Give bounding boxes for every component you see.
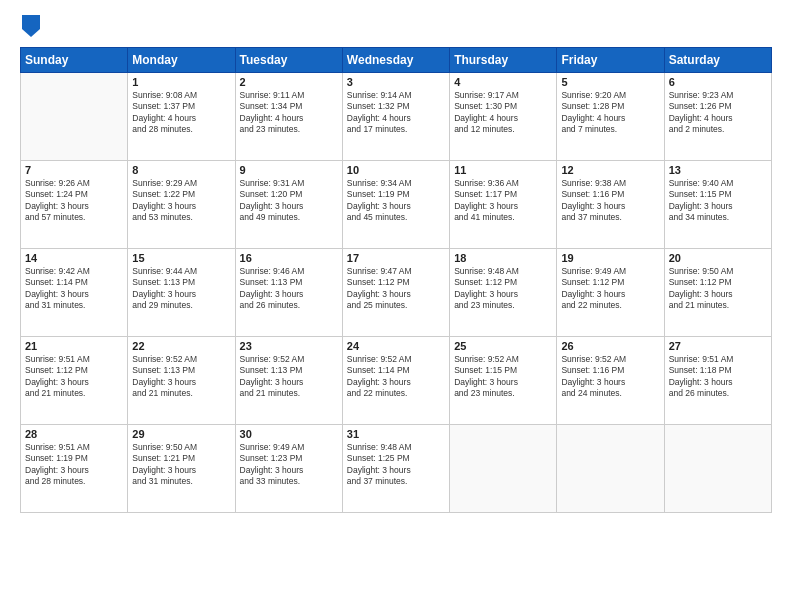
day-number: 5 — [561, 76, 659, 88]
day-info: Sunrise: 9:08 AM Sunset: 1:37 PM Dayligh… — [132, 90, 230, 136]
day-info: Sunrise: 9:26 AM Sunset: 1:24 PM Dayligh… — [25, 178, 123, 224]
day-info: Sunrise: 9:52 AM Sunset: 1:13 PM Dayligh… — [240, 354, 338, 400]
day-number: 13 — [669, 164, 767, 176]
calendar-cell: 25Sunrise: 9:52 AM Sunset: 1:15 PM Dayli… — [450, 337, 557, 425]
day-number: 6 — [669, 76, 767, 88]
day-info: Sunrise: 9:52 AM Sunset: 1:15 PM Dayligh… — [454, 354, 552, 400]
calendar-cell: 11Sunrise: 9:36 AM Sunset: 1:17 PM Dayli… — [450, 161, 557, 249]
day-number: 9 — [240, 164, 338, 176]
calendar-cell: 29Sunrise: 9:50 AM Sunset: 1:21 PM Dayli… — [128, 425, 235, 513]
calendar-cell: 15Sunrise: 9:44 AM Sunset: 1:13 PM Dayli… — [128, 249, 235, 337]
day-info: Sunrise: 9:49 AM Sunset: 1:12 PM Dayligh… — [561, 266, 659, 312]
calendar-cell: 21Sunrise: 9:51 AM Sunset: 1:12 PM Dayli… — [21, 337, 128, 425]
calendar-cell — [21, 73, 128, 161]
day-number: 7 — [25, 164, 123, 176]
day-info: Sunrise: 9:49 AM Sunset: 1:23 PM Dayligh… — [240, 442, 338, 488]
day-number: 3 — [347, 76, 445, 88]
day-number: 14 — [25, 252, 123, 264]
calendar-cell: 22Sunrise: 9:52 AM Sunset: 1:13 PM Dayli… — [128, 337, 235, 425]
day-info: Sunrise: 9:29 AM Sunset: 1:22 PM Dayligh… — [132, 178, 230, 224]
day-info: Sunrise: 9:47 AM Sunset: 1:12 PM Dayligh… — [347, 266, 445, 312]
day-number: 12 — [561, 164, 659, 176]
day-info: Sunrise: 9:50 AM Sunset: 1:21 PM Dayligh… — [132, 442, 230, 488]
day-number: 27 — [669, 340, 767, 352]
page: SundayMondayTuesdayWednesdayThursdayFrid… — [0, 0, 792, 612]
day-info: Sunrise: 9:40 AM Sunset: 1:15 PM Dayligh… — [669, 178, 767, 224]
calendar-row: 28Sunrise: 9:51 AM Sunset: 1:19 PM Dayli… — [21, 425, 772, 513]
day-number: 18 — [454, 252, 552, 264]
day-number: 25 — [454, 340, 552, 352]
calendar-row: 21Sunrise: 9:51 AM Sunset: 1:12 PM Dayli… — [21, 337, 772, 425]
day-info: Sunrise: 9:48 AM Sunset: 1:25 PM Dayligh… — [347, 442, 445, 488]
day-info: Sunrise: 9:52 AM Sunset: 1:16 PM Dayligh… — [561, 354, 659, 400]
calendar-cell: 27Sunrise: 9:51 AM Sunset: 1:18 PM Dayli… — [664, 337, 771, 425]
day-number: 30 — [240, 428, 338, 440]
day-info: Sunrise: 9:14 AM Sunset: 1:32 PM Dayligh… — [347, 90, 445, 136]
calendar-table: SundayMondayTuesdayWednesdayThursdayFrid… — [20, 47, 772, 513]
day-info: Sunrise: 9:31 AM Sunset: 1:20 PM Dayligh… — [240, 178, 338, 224]
calendar-cell: 10Sunrise: 9:34 AM Sunset: 1:19 PM Dayli… — [342, 161, 449, 249]
weekday-header: Monday — [128, 48, 235, 73]
header — [20, 15, 772, 37]
weekday-header: Sunday — [21, 48, 128, 73]
calendar-cell — [450, 425, 557, 513]
day-info: Sunrise: 9:23 AM Sunset: 1:26 PM Dayligh… — [669, 90, 767, 136]
calendar-cell: 12Sunrise: 9:38 AM Sunset: 1:16 PM Dayli… — [557, 161, 664, 249]
calendar-cell: 3Sunrise: 9:14 AM Sunset: 1:32 PM Daylig… — [342, 73, 449, 161]
calendar-cell: 5Sunrise: 9:20 AM Sunset: 1:28 PM Daylig… — [557, 73, 664, 161]
calendar-cell: 7Sunrise: 9:26 AM Sunset: 1:24 PM Daylig… — [21, 161, 128, 249]
day-number: 17 — [347, 252, 445, 264]
day-info: Sunrise: 9:42 AM Sunset: 1:14 PM Dayligh… — [25, 266, 123, 312]
day-info: Sunrise: 9:34 AM Sunset: 1:19 PM Dayligh… — [347, 178, 445, 224]
calendar-cell: 30Sunrise: 9:49 AM Sunset: 1:23 PM Dayli… — [235, 425, 342, 513]
weekday-header: Saturday — [664, 48, 771, 73]
day-number: 31 — [347, 428, 445, 440]
day-number: 1 — [132, 76, 230, 88]
calendar-cell: 4Sunrise: 9:17 AM Sunset: 1:30 PM Daylig… — [450, 73, 557, 161]
day-info: Sunrise: 9:51 AM Sunset: 1:19 PM Dayligh… — [25, 442, 123, 488]
calendar-cell — [557, 425, 664, 513]
day-info: Sunrise: 9:38 AM Sunset: 1:16 PM Dayligh… — [561, 178, 659, 224]
calendar-cell: 9Sunrise: 9:31 AM Sunset: 1:20 PM Daylig… — [235, 161, 342, 249]
day-number: 22 — [132, 340, 230, 352]
day-info: Sunrise: 9:11 AM Sunset: 1:34 PM Dayligh… — [240, 90, 338, 136]
weekday-header-row: SundayMondayTuesdayWednesdayThursdayFrid… — [21, 48, 772, 73]
calendar-row: 1Sunrise: 9:08 AM Sunset: 1:37 PM Daylig… — [21, 73, 772, 161]
day-number: 19 — [561, 252, 659, 264]
day-number: 28 — [25, 428, 123, 440]
day-info: Sunrise: 9:36 AM Sunset: 1:17 PM Dayligh… — [454, 178, 552, 224]
calendar-row: 14Sunrise: 9:42 AM Sunset: 1:14 PM Dayli… — [21, 249, 772, 337]
calendar-cell: 23Sunrise: 9:52 AM Sunset: 1:13 PM Dayli… — [235, 337, 342, 425]
day-info: Sunrise: 9:52 AM Sunset: 1:13 PM Dayligh… — [132, 354, 230, 400]
day-info: Sunrise: 9:44 AM Sunset: 1:13 PM Dayligh… — [132, 266, 230, 312]
day-number: 16 — [240, 252, 338, 264]
day-number: 2 — [240, 76, 338, 88]
calendar-cell: 16Sunrise: 9:46 AM Sunset: 1:13 PM Dayli… — [235, 249, 342, 337]
calendar-cell: 18Sunrise: 9:48 AM Sunset: 1:12 PM Dayli… — [450, 249, 557, 337]
calendar-cell — [664, 425, 771, 513]
calendar-cell: 20Sunrise: 9:50 AM Sunset: 1:12 PM Dayli… — [664, 249, 771, 337]
day-info: Sunrise: 9:17 AM Sunset: 1:30 PM Dayligh… — [454, 90, 552, 136]
calendar-cell: 8Sunrise: 9:29 AM Sunset: 1:22 PM Daylig… — [128, 161, 235, 249]
day-info: Sunrise: 9:48 AM Sunset: 1:12 PM Dayligh… — [454, 266, 552, 312]
logo-icon — [22, 15, 40, 37]
day-number: 21 — [25, 340, 123, 352]
calendar-cell: 1Sunrise: 9:08 AM Sunset: 1:37 PM Daylig… — [128, 73, 235, 161]
calendar-row: 7Sunrise: 9:26 AM Sunset: 1:24 PM Daylig… — [21, 161, 772, 249]
day-info: Sunrise: 9:51 AM Sunset: 1:12 PM Dayligh… — [25, 354, 123, 400]
day-number: 24 — [347, 340, 445, 352]
day-number: 4 — [454, 76, 552, 88]
day-number: 10 — [347, 164, 445, 176]
day-number: 29 — [132, 428, 230, 440]
weekday-header: Thursday — [450, 48, 557, 73]
day-info: Sunrise: 9:46 AM Sunset: 1:13 PM Dayligh… — [240, 266, 338, 312]
day-info: Sunrise: 9:51 AM Sunset: 1:18 PM Dayligh… — [669, 354, 767, 400]
calendar-cell: 13Sunrise: 9:40 AM Sunset: 1:15 PM Dayli… — [664, 161, 771, 249]
weekday-header: Friday — [557, 48, 664, 73]
day-info: Sunrise: 9:50 AM Sunset: 1:12 PM Dayligh… — [669, 266, 767, 312]
calendar-cell: 24Sunrise: 9:52 AM Sunset: 1:14 PM Dayli… — [342, 337, 449, 425]
day-info: Sunrise: 9:52 AM Sunset: 1:14 PM Dayligh… — [347, 354, 445, 400]
day-number: 20 — [669, 252, 767, 264]
day-info: Sunrise: 9:20 AM Sunset: 1:28 PM Dayligh… — [561, 90, 659, 136]
weekday-header: Tuesday — [235, 48, 342, 73]
